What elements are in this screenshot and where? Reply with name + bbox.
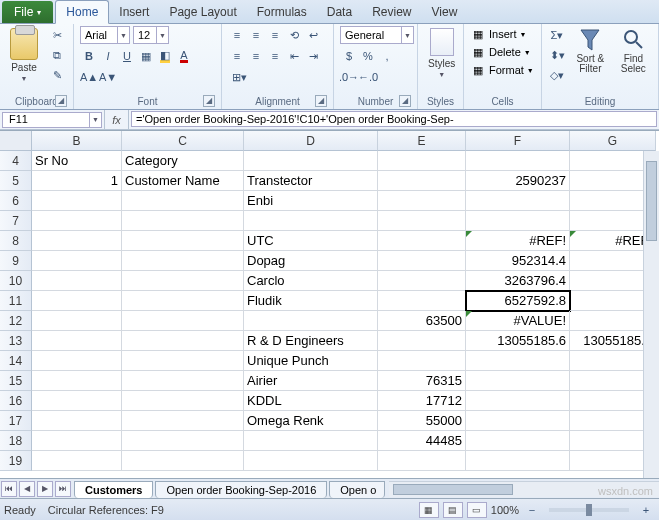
cell-C5[interactable]: Customer Name: [122, 171, 244, 191]
delete-cells-button[interactable]: Delete: [489, 46, 521, 58]
comma-button[interactable]: ,: [378, 47, 396, 65]
cell-B11[interactable]: [32, 291, 122, 311]
sheet-tab-customers[interactable]: Customers: [74, 481, 153, 498]
cell-D19[interactable]: [244, 451, 378, 471]
decrease-decimal-button[interactable]: ←.0: [359, 68, 377, 86]
cut-button[interactable]: ✂: [48, 26, 66, 44]
cell-E18[interactable]: 44485: [378, 431, 466, 451]
border-button[interactable]: ▦: [137, 47, 155, 65]
font-size-combo[interactable]: 12▼: [133, 26, 169, 44]
format-cells-button[interactable]: Format: [489, 64, 524, 76]
increase-decimal-button[interactable]: .0→: [340, 68, 358, 86]
row-header-15[interactable]: 15: [0, 371, 32, 391]
number-launcher[interactable]: ◢: [399, 95, 411, 107]
sheet-tab-open-order[interactable]: Open order Booking-Sep-2016: [155, 481, 327, 498]
cell-D6[interactable]: Enbi: [244, 191, 378, 211]
cell-B12[interactable]: [32, 311, 122, 331]
cell-E14[interactable]: [378, 351, 466, 371]
cell-D4[interactable]: [244, 151, 378, 171]
cell-B8[interactable]: [32, 231, 122, 251]
row-header-10[interactable]: 10: [0, 271, 32, 291]
increase-indent-button[interactable]: ⇥: [304, 47, 322, 65]
cell-B13[interactable]: [32, 331, 122, 351]
cell-D8[interactable]: UTC: [244, 231, 378, 251]
cell-C8[interactable]: [122, 231, 244, 251]
cell-B9[interactable]: [32, 251, 122, 271]
cell-B5[interactable]: 1: [32, 171, 122, 191]
cell-C10[interactable]: [122, 271, 244, 291]
fill-button[interactable]: ⬍▾: [548, 46, 566, 64]
cell-F11[interactable]: 6527592.8: [466, 291, 570, 311]
row-header-5[interactable]: 5: [0, 171, 32, 191]
cell-D15[interactable]: Airier: [244, 371, 378, 391]
cell-E13[interactable]: [378, 331, 466, 351]
cell-E12[interactable]: 63500: [378, 311, 466, 331]
cell-E5[interactable]: [378, 171, 466, 191]
alignment-launcher[interactable]: ◢: [315, 95, 327, 107]
cell-F14[interactable]: [466, 351, 570, 371]
cell-F8[interactable]: #REF!: [466, 231, 570, 251]
cell-B10[interactable]: [32, 271, 122, 291]
horizontal-scrollbar[interactable]: [389, 481, 659, 497]
shrink-font-button[interactable]: A▼: [99, 68, 117, 86]
cell-D14[interactable]: Unique Punch: [244, 351, 378, 371]
align-right-button[interactable]: ≡: [266, 47, 284, 65]
cell-E7[interactable]: [378, 211, 466, 231]
tab-home[interactable]: Home: [55, 0, 109, 24]
vertical-scrollbar[interactable]: [643, 151, 659, 478]
row-header-8[interactable]: 8: [0, 231, 32, 251]
cell-C6[interactable]: [122, 191, 244, 211]
cell-B15[interactable]: [32, 371, 122, 391]
cell-F19[interactable]: [466, 451, 570, 471]
name-box[interactable]: F11 ▼: [2, 112, 102, 128]
scrollbar-thumb[interactable]: [393, 484, 513, 495]
cell-styles-button[interactable]: Styles ▼: [424, 26, 459, 80]
cell-C9[interactable]: [122, 251, 244, 271]
col-header-D[interactable]: D: [244, 131, 378, 151]
col-header-C[interactable]: C: [122, 131, 244, 151]
cell-B4[interactable]: Sr No: [32, 151, 122, 171]
cell-F12[interactable]: #VALUE!: [466, 311, 570, 331]
row-header-9[interactable]: 9: [0, 251, 32, 271]
cell-B6[interactable]: [32, 191, 122, 211]
row-header-19[interactable]: 19: [0, 451, 32, 471]
zoom-in-button[interactable]: +: [637, 501, 655, 519]
cell-C14[interactable]: [122, 351, 244, 371]
percent-button[interactable]: %: [359, 47, 377, 65]
col-header-E[interactable]: E: [378, 131, 466, 151]
col-header-B[interactable]: B: [32, 131, 122, 151]
page-layout-view-button[interactable]: ▤: [443, 502, 463, 518]
cell-F18[interactable]: [466, 431, 570, 451]
cell-D17[interactable]: Omega Renk: [244, 411, 378, 431]
cell-D16[interactable]: KDDL: [244, 391, 378, 411]
cell-F16[interactable]: [466, 391, 570, 411]
cell-F10[interactable]: 3263796.4: [466, 271, 570, 291]
page-break-view-button[interactable]: ▭: [467, 502, 487, 518]
cell-E15[interactable]: 76315: [378, 371, 466, 391]
sheet-nav-prev[interactable]: ◀: [19, 481, 35, 497]
row-header-17[interactable]: 17: [0, 411, 32, 431]
cell-C11[interactable]: [122, 291, 244, 311]
find-select-button[interactable]: Find Selec: [615, 26, 652, 76]
cell-D11[interactable]: Fludik: [244, 291, 378, 311]
align-center-button[interactable]: ≡: [247, 47, 265, 65]
font-name-combo[interactable]: Arial▼: [80, 26, 130, 44]
row-header-18[interactable]: 18: [0, 431, 32, 451]
formula-bar[interactable]: ='Open order Booking-Sep-2016'!C10+'Open…: [131, 111, 657, 127]
cell-D13[interactable]: R & D Engineers: [244, 331, 378, 351]
orientation-button[interactable]: ⟲: [285, 26, 303, 44]
cell-C19[interactable]: [122, 451, 244, 471]
cell-E6[interactable]: [378, 191, 466, 211]
insert-cells-button[interactable]: Insert: [489, 28, 517, 40]
cell-B17[interactable]: [32, 411, 122, 431]
tab-page-layout[interactable]: Page Layout: [159, 1, 246, 23]
clipboard-launcher[interactable]: ◢: [55, 95, 67, 107]
paste-button[interactable]: Paste ▼: [6, 26, 42, 84]
cell-F9[interactable]: 952314.4: [466, 251, 570, 271]
cell-C17[interactable]: [122, 411, 244, 431]
row-header-12[interactable]: 12: [0, 311, 32, 331]
fx-button[interactable]: fx: [105, 110, 129, 129]
bold-button[interactable]: B: [80, 47, 98, 65]
cell-F4[interactable]: [466, 151, 570, 171]
sheet-tab-partial[interactable]: Open o: [329, 481, 385, 498]
